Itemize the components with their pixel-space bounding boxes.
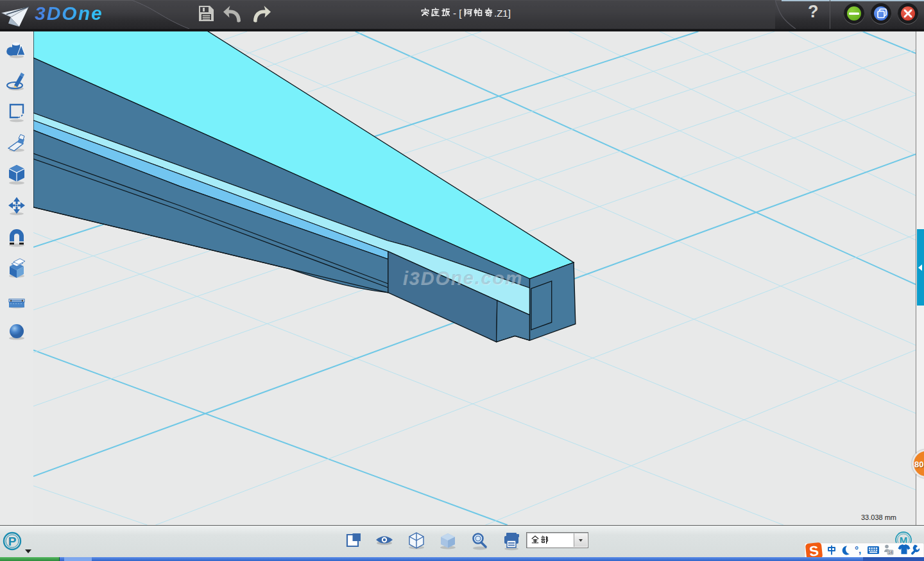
svg-text:33.038 mm: 33.038 mm [861,514,896,521]
svg-text:- [: - [ [453,8,462,19]
svg-text:.Z1]: .Z1] [494,8,511,19]
svg-text:i3DOne.com: i3DOne.com [402,268,522,288]
svg-text:14: 14 [888,550,893,555]
svg-text:°,: °, [855,544,861,555]
svg-text:P: P [8,535,17,548]
